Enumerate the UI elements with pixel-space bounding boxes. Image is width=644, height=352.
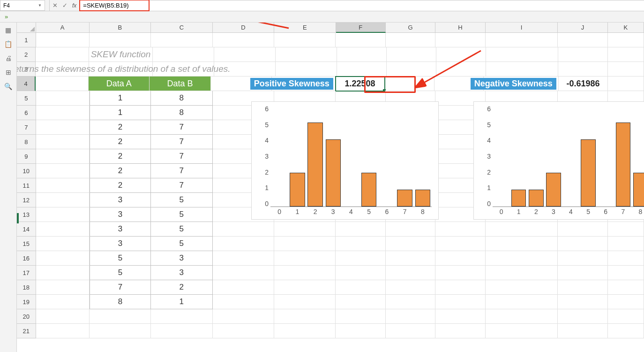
cell-A17[interactable]: [36, 266, 90, 280]
cell-I20[interactable]: [486, 309, 558, 324]
cell-C6[interactable]: 8: [151, 106, 212, 120]
cell-F21[interactable]: [336, 324, 385, 338]
cell-B5[interactable]: 1: [90, 91, 151, 106]
formula-bar-rest[interactable]: [150, 0, 644, 11]
cell-I3[interactable]: [486, 62, 558, 77]
cell-J17[interactable]: [558, 266, 607, 280]
cell-A7[interactable]: [36, 120, 90, 135]
cell-H20[interactable]: [435, 309, 485, 324]
cell-A11[interactable]: [36, 178, 90, 193]
col-header-A[interactable]: A: [36, 23, 90, 33]
col-header-K[interactable]: K: [608, 23, 644, 33]
row-header-7[interactable]: 7: [17, 120, 36, 135]
cell-B19[interactable]: 8: [90, 295, 151, 309]
cell-B13[interactable]: 3: [90, 207, 151, 222]
cell-D21[interactable]: [213, 324, 274, 338]
cell-I2[interactable]: [486, 47, 558, 62]
cell-B8[interactable]: 2: [90, 135, 151, 149]
cell-K2[interactable]: [608, 47, 644, 62]
cell-C13[interactable]: 5: [151, 207, 212, 222]
cell-B14[interactable]: 3: [90, 222, 151, 237]
cell-E16[interactable]: [274, 251, 336, 266]
row-header-18[interactable]: 18: [17, 280, 36, 295]
row-header-4[interactable]: 4: [17, 77, 36, 91]
cell-A18[interactable]: [36, 280, 90, 295]
cell-B12[interactable]: 3: [90, 193, 151, 207]
cell-H15[interactable]: [435, 237, 485, 251]
cell-C21[interactable]: [151, 324, 212, 338]
cell-B1[interactable]: [90, 33, 151, 47]
cell-C8[interactable]: 7: [151, 135, 212, 149]
cell-E2[interactable]: [276, 47, 337, 62]
side-icon-3[interactable]: 🖨: [5, 54, 12, 62]
cell-J14[interactable]: [558, 222, 607, 237]
cell-B3[interactable]: returns the skewness of a distribution o…: [89, 62, 153, 77]
cell-K14[interactable]: [608, 222, 644, 237]
cell-F19[interactable]: [336, 295, 385, 309]
cell-I18[interactable]: [486, 280, 558, 295]
cell-D18[interactable]: [213, 280, 274, 295]
row-header-9[interactable]: 9: [17, 149, 36, 164]
cell-F4[interactable]: 1.22508: [336, 77, 385, 91]
row-header-8[interactable]: 8: [17, 135, 36, 149]
cell-C16[interactable]: 3: [151, 251, 212, 266]
cell-I16[interactable]: [486, 251, 558, 266]
cell-K18[interactable]: [608, 280, 644, 295]
cell-F15[interactable]: [336, 237, 385, 251]
cell-C5[interactable]: 8: [151, 91, 212, 106]
cell-C19[interactable]: 1: [151, 295, 212, 309]
cell-E17[interactable]: [274, 266, 336, 280]
fx-icon[interactable]: fx: [72, 2, 76, 9]
side-icon-2[interactable]: 📋: [4, 40, 12, 48]
cell-K21[interactable]: [608, 324, 644, 338]
cell-B6[interactable]: 1: [90, 106, 151, 120]
row-header-14[interactable]: 14: [17, 222, 36, 237]
cell-G16[interactable]: [386, 251, 435, 266]
cell-G20[interactable]: [386, 309, 435, 324]
cell-G15[interactable]: [386, 237, 435, 251]
cell-C20[interactable]: [151, 309, 212, 324]
cell-E1[interactable]: [274, 33, 336, 47]
cell-F14[interactable]: [336, 222, 385, 237]
cell-D19[interactable]: [213, 295, 274, 309]
name-box-dropdown-icon[interactable]: ▼: [38, 3, 42, 8]
cell-K20[interactable]: [608, 309, 644, 324]
row-header-1[interactable]: 1: [17, 33, 36, 47]
chart-positive-skewness[interactable]: 0123456 012345678: [251, 101, 439, 220]
cell-A8[interactable]: [36, 135, 90, 149]
cell-G21[interactable]: [386, 324, 435, 338]
cell-I21[interactable]: [486, 324, 558, 338]
cell-E21[interactable]: [274, 324, 336, 338]
side-icon-1[interactable]: ▦: [5, 26, 11, 34]
cell-C1[interactable]: [151, 33, 212, 47]
cell-E3[interactable]: [276, 62, 337, 77]
cell-E15[interactable]: [274, 237, 336, 251]
cell-B20[interactable]: [90, 309, 151, 324]
cell-A20[interactable]: [36, 309, 90, 324]
row-header-21[interactable]: 21: [17, 324, 36, 338]
cell-F18[interactable]: [336, 280, 385, 295]
cell-I17[interactable]: [486, 266, 558, 280]
cell-F1[interactable]: [336, 33, 385, 47]
cell-I4[interactable]: Negative Skewness: [484, 77, 559, 91]
cell-C3[interactable]: [153, 62, 214, 77]
cell-H1[interactable]: [435, 33, 485, 47]
select-all-corner[interactable]: [17, 23, 36, 33]
cell-G17[interactable]: [386, 266, 435, 280]
ribbon-expand-icon[interactable]: »: [5, 13, 8, 20]
cell-H19[interactable]: [435, 295, 485, 309]
cell-A16[interactable]: [36, 251, 90, 266]
cell-F3[interactable]: [337, 62, 387, 77]
enter-icon[interactable]: ✓: [62, 2, 67, 9]
cell-E14[interactable]: [274, 222, 336, 237]
cell-K1[interactable]: [608, 33, 644, 47]
cell-D1[interactable]: [213, 33, 274, 47]
cell-A12[interactable]: [36, 193, 90, 207]
cell-D2[interactable]: [214, 47, 276, 62]
cell-G1[interactable]: [386, 33, 435, 47]
cell-A15[interactable]: [36, 237, 90, 251]
cell-B4[interactable]: Data A: [89, 77, 150, 91]
cell-C15[interactable]: 5: [151, 237, 212, 251]
cell-B18[interactable]: 7: [90, 280, 151, 295]
cell-C18[interactable]: 2: [151, 280, 212, 295]
